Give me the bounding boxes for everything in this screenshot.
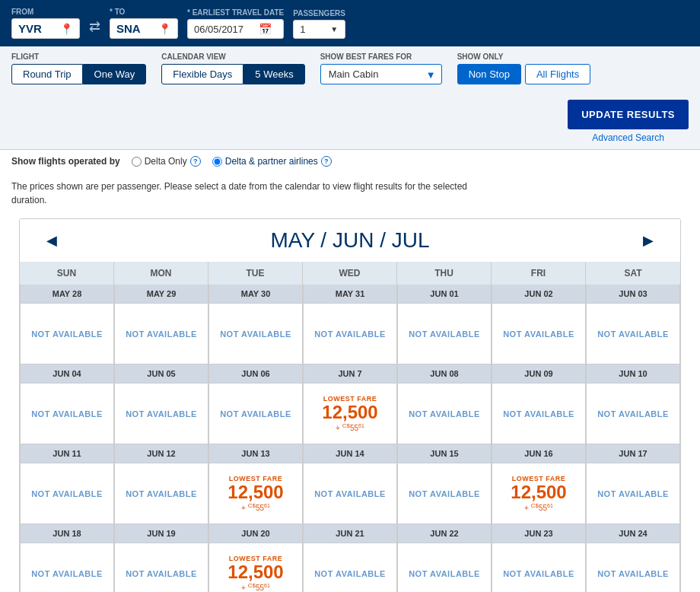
delta-only-radio-group: Delta Only ? xyxy=(132,156,201,167)
not-available-cell: NOT AVAILABLE xyxy=(586,384,680,444)
not-available-cell: NOT AVAILABLE xyxy=(208,384,303,444)
date-header-cell: JUN 17 xyxy=(586,444,680,463)
date-header-cell: JUN 05 xyxy=(114,364,208,384)
date-header-cell: JUN 01 xyxy=(397,285,492,304)
date-header-cell: JUN 24 xyxy=(586,524,680,543)
date-field-group: * EARLIEST TRAVEL DATE 📅 xyxy=(187,8,284,39)
operated-by-bar: Show flights operated by Delta Only ? De… xyxy=(0,150,700,170)
delta-only-info-icon[interactable]: ? xyxy=(190,156,201,167)
top-bar: FROM 📍 ⇄ * TO 📍 * EARLIEST TRAVEL DATE 📅… xyxy=(0,0,700,46)
next-month-button[interactable]: ▶ xyxy=(632,228,665,253)
date-input-wrap: 📅 xyxy=(187,19,284,39)
delta-only-radio[interactable] xyxy=(132,157,142,167)
not-available-cell: NOT AVAILABLE xyxy=(20,384,114,444)
date-header-cell: MAY 30 xyxy=(208,285,303,304)
lowest-fare-cell[interactable]: LOWEST FARE 12,500 + C$5561 xyxy=(492,463,586,524)
delta-partner-info-icon[interactable]: ? xyxy=(321,156,332,167)
day-header-sat: SAT xyxy=(586,262,680,285)
calendar-view-label: CALENDAR VIEW xyxy=(161,53,304,61)
day-header-thu: THU xyxy=(397,262,492,285)
swap-button[interactable]: ⇄ xyxy=(89,18,100,35)
calendar-container: ◀ MAY / JUN / JUL ▶ SUN MON TUE WED THU … xyxy=(19,218,681,592)
delta-partner-radio[interactable] xyxy=(212,157,222,167)
not-available-cell: NOT AVAILABLE xyxy=(208,304,303,364)
date-header-cell: JUN 02 xyxy=(492,285,586,304)
not-available-cell: NOT AVAILABLE xyxy=(586,543,680,592)
date-label: * EARLIEST TRAVEL DATE xyxy=(187,8,284,17)
passengers-label: PASSENGERS xyxy=(293,9,345,18)
delta-partner-radio-group: Delta & partner airlines ? xyxy=(212,156,332,167)
not-available-cell: NOT AVAILABLE xyxy=(114,384,208,444)
best-fares-label: SHOW BEST FARES FOR xyxy=(320,53,442,61)
all-flights-button[interactable]: All Flights xyxy=(525,64,590,84)
lowest-fare-cell[interactable]: LOWEST FARE 12,500 + C$5561 xyxy=(208,543,303,592)
date-header-cell: MAY 29 xyxy=(114,285,208,304)
notice-text: The prices shown are per passenger. Plea… xyxy=(11,180,468,207)
options-bar: FLIGHT Round Trip One Way CALENDAR VIEW … xyxy=(0,46,700,150)
date-header-cell: JUN 16 xyxy=(492,444,586,463)
lowest-fare-cell[interactable]: LOWEST FARE 12,500 + C$5561 xyxy=(303,384,397,444)
not-available-cell: NOT AVAILABLE xyxy=(303,463,397,524)
not-available-cell: NOT AVAILABLE xyxy=(586,463,680,524)
flight-label: FLIGHT xyxy=(11,53,146,61)
date-header-cell: JUN 7 xyxy=(303,364,397,384)
date-header-cell: MAY 31 xyxy=(303,285,397,304)
location-pin-icon: 📍 xyxy=(60,23,73,35)
one-way-button[interactable]: One Way xyxy=(83,64,147,84)
date-header-cell: JUN 13 xyxy=(208,444,303,463)
flight-type-group: FLIGHT Round Trip One Way xyxy=(11,53,146,84)
calendar-body: MAY 28MAY 29MAY 30MAY 31JUN 01JUN 02JUN … xyxy=(20,285,680,592)
update-section: UPDATE RESULTS Advanced Search xyxy=(568,100,689,143)
date-header-cell: JUN 04 xyxy=(20,364,114,384)
date-header-cell: JUN 15 xyxy=(397,444,492,463)
day-header-sun: SUN xyxy=(20,262,114,285)
show-only-label: SHOW ONLY xyxy=(457,53,591,61)
round-trip-button[interactable]: Round Trip xyxy=(11,64,83,84)
date-input[interactable] xyxy=(194,24,259,35)
location-pin-icon-to: 📍 xyxy=(158,23,171,35)
dropdown-arrow-icon: ▼ xyxy=(330,25,338,33)
not-available-cell: NOT AVAILABLE xyxy=(303,304,397,364)
not-available-cell: NOT AVAILABLE xyxy=(114,463,208,524)
lowest-fare-cell[interactable]: LOWEST FARE 12,500 + C$5561 xyxy=(208,463,303,524)
not-available-cell: NOT AVAILABLE xyxy=(397,384,492,444)
flexible-days-button[interactable]: Flexible Days xyxy=(161,64,243,84)
date-header-cell: JUN 12 xyxy=(114,444,208,463)
day-headers: SUN MON TUE WED THU FRI SAT xyxy=(20,262,680,285)
to-field-group: * TO 📍 xyxy=(110,8,178,39)
date-header-cell: JUN 11 xyxy=(20,444,114,463)
not-available-cell: NOT AVAILABLE xyxy=(492,543,586,592)
prev-month-button[interactable]: ◀ xyxy=(35,228,68,253)
calendar-icon[interactable]: 📅 xyxy=(259,23,272,35)
best-fares-select-wrap: Main Cabin First Class Business ▼ xyxy=(320,64,442,84)
best-fares-select[interactable]: Main Cabin First Class Business xyxy=(320,64,442,84)
not-available-cell: NOT AVAILABLE xyxy=(397,463,492,524)
not-available-cell: NOT AVAILABLE xyxy=(397,543,492,592)
calendar-title: MAY / JUN / JUL xyxy=(68,228,632,253)
passengers-field-group: PASSENGERS 1234 ▼ xyxy=(293,9,345,39)
not-available-cell: NOT AVAILABLE xyxy=(114,304,208,364)
five-weeks-button[interactable]: 5 Weeks xyxy=(243,64,304,84)
from-input-wrap: 📍 xyxy=(11,18,80,39)
date-header-cell: JUN 06 xyxy=(208,364,303,384)
non-stop-button[interactable]: Non Stop xyxy=(457,64,521,84)
not-available-cell: NOT AVAILABLE xyxy=(114,543,208,592)
from-input[interactable] xyxy=(18,22,60,35)
calendar-header: ◀ MAY / JUN / JUL ▶ xyxy=(20,219,680,262)
flight-btn-group: Round Trip One Way xyxy=(11,64,146,84)
not-available-cell: NOT AVAILABLE xyxy=(20,463,114,524)
date-header-cell: JUN 19 xyxy=(114,524,208,543)
from-label: FROM xyxy=(11,8,80,16)
show-only-group: SHOW ONLY Non Stop All Flights xyxy=(457,53,591,84)
date-header-cell: JUN 22 xyxy=(397,524,492,543)
date-header-cell: JUN 08 xyxy=(397,364,492,384)
advanced-search-link[interactable]: Advanced Search xyxy=(592,132,664,143)
not-available-cell: NOT AVAILABLE xyxy=(20,304,114,364)
to-input-wrap: 📍 xyxy=(110,18,178,39)
day-header-mon: MON xyxy=(114,262,208,285)
update-results-button[interactable]: UPDATE RESULTS xyxy=(568,100,689,129)
passengers-select[interactable]: 1234 xyxy=(300,24,330,35)
from-field-group: FROM 📍 xyxy=(11,8,80,39)
delta-only-label: Delta Only xyxy=(145,156,187,167)
to-input[interactable] xyxy=(116,22,158,35)
